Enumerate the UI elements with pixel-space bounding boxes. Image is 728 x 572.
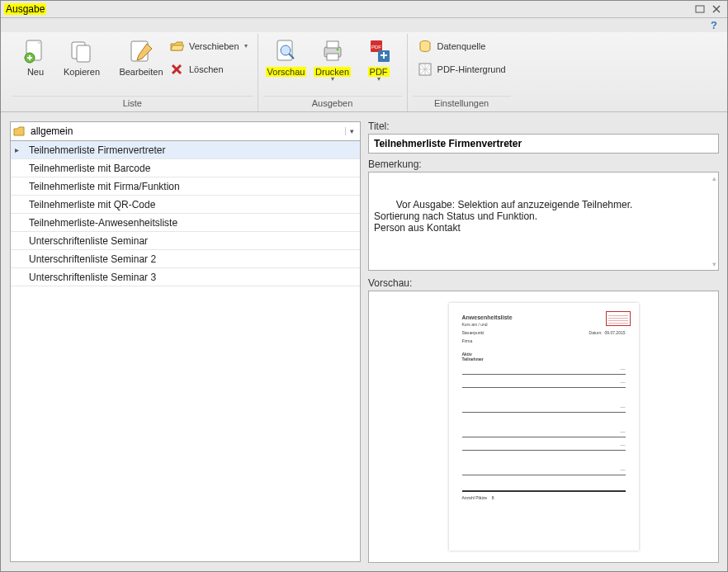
folder-icon	[12, 125, 26, 138]
svg-rect-8	[77, 45, 90, 62]
svg-rect-0	[696, 6, 704, 12]
bemerkung-textarea[interactable]: ▴ Vor Ausgabe: Selektion auf anzuzeigend…	[368, 172, 719, 271]
kopieren-button[interactable]: Kopieren	[59, 34, 105, 80]
list-item[interactable]: Teilnehmerliste-Anwesenheitsliste	[11, 214, 360, 232]
neu-button[interactable]: Neu	[12, 34, 59, 80]
title-bar: Ausgabe	[1, 1, 727, 18]
right-pane: Titel: Bemerkung: ▴ Vor Ausgabe: Selekti…	[368, 121, 719, 563]
maximize-icon	[695, 5, 705, 13]
close-icon	[712, 5, 721, 13]
pdf-background-icon	[418, 62, 433, 77]
scroll-up-icon: ▴	[712, 174, 716, 182]
svg-text:PDF: PDF	[371, 45, 381, 50]
preview-document: Anwesenheitsliste Kurs am / und Steuerpu…	[449, 303, 639, 551]
chevron-down-icon: ▾	[244, 42, 248, 50]
ribbon-group-einstellungen: Datenquelle PDF-Hintergrund Einstellunge…	[408, 34, 516, 112]
chevron-down-icon: ▾	[345, 127, 358, 135]
verschieben-button[interactable]: Verschieben ▾	[169, 37, 248, 55]
template-list[interactable]: Teilnehmerliste Firmenvertreter Teilnehm…	[10, 141, 361, 562]
list-item[interactable]: Teilnehmerliste mit Barcode	[11, 159, 360, 177]
scroll-down-icon: ▾	[712, 260, 716, 268]
loeschen-button[interactable]: Löschen	[169, 60, 248, 78]
group-title-ausgeben: Ausgeben	[263, 96, 402, 111]
pdf-button[interactable]: PDF PDF ▾	[356, 34, 402, 85]
drucken-button[interactable]: Drucken ▾	[310, 34, 356, 85]
list-item[interactable]: Teilnehmerliste mit QR-Code	[11, 196, 360, 214]
left-pane: allgemein ▾ Teilnehmerliste Firmenvertre…	[9, 121, 362, 563]
group-title-liste: Liste	[12, 96, 253, 111]
svg-rect-16	[327, 41, 338, 48]
vorschau-label: Vorschau:	[368, 277, 719, 289]
pdf-icon: PDF	[365, 37, 393, 65]
chevron-down-icon: ▾	[377, 77, 381, 82]
titel-input[interactable]	[368, 134, 719, 154]
titel-label: Titel:	[368, 121, 719, 132]
bemerkung-label: Bemerkung:	[368, 158, 719, 170]
svg-point-18	[336, 48, 338, 50]
bearbeiten-button[interactable]: Bearbeiten	[118, 34, 164, 80]
maximize-button[interactable]	[693, 2, 707, 16]
category-combo[interactable]: allgemein ▾	[10, 121, 361, 141]
window-title: Ausgabe	[4, 3, 46, 15]
ribbon: Neu Kopieren Bearbeiten	[1, 32, 727, 113]
ribbon-group-ausgeben: Vorschau Drucken ▾ PDF PDF ▾ Ausg	[258, 34, 408, 112]
content-area: allgemein ▾ Teilnehmerliste Firmenvertre…	[1, 112, 727, 571]
copy-icon	[68, 37, 96, 65]
delete-icon	[169, 62, 184, 77]
help-row: ?	[1, 18, 727, 32]
pdf-hintergrund-button[interactable]: PDF-Hintergrund	[418, 60, 506, 78]
app-window: Ausgabe ? Neu	[0, 0, 728, 572]
datasource-icon	[418, 39, 433, 54]
preview-panel: Anwesenheitsliste Kurs am / und Steuerpu…	[368, 291, 719, 563]
list-item[interactable]: Unterschriftenliste Seminar 3	[11, 268, 360, 286]
list-item[interactable]: Unterschriftenliste Seminar	[11, 232, 360, 250]
folder-open-icon	[169, 39, 184, 54]
print-icon	[319, 37, 347, 65]
list-item[interactable]: Teilnehmerliste Firmenvertreter	[11, 141, 360, 159]
close-button[interactable]	[709, 2, 724, 16]
preview-icon	[272, 37, 300, 65]
list-item[interactable]: Unterschriftenliste Seminar 2	[11, 250, 360, 268]
chevron-down-icon: ▾	[331, 77, 334, 82]
stamp-icon	[606, 311, 631, 326]
help-button[interactable]: ?	[711, 19, 717, 31]
vorschau-button[interactable]: Vorschau	[263, 34, 310, 80]
new-icon	[21, 37, 50, 65]
svg-rect-17	[327, 54, 338, 60]
ribbon-group-liste: Neu Kopieren Bearbeiten	[7, 34, 258, 112]
edit-icon	[127, 37, 155, 65]
datenquelle-button[interactable]: Datenquelle	[418, 37, 506, 55]
list-item[interactable]: Teilnehmerliste mit Firma/Funktion	[11, 177, 360, 196]
group-title-einstellungen: Einstellungen	[413, 96, 511, 111]
